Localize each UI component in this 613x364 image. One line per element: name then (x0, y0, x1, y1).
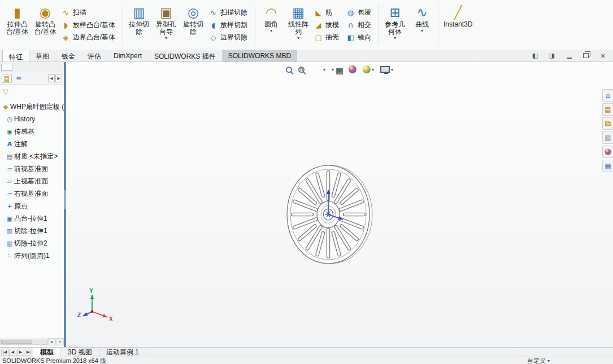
tree-item-part-root[interactable]: WHP扇叶固定板 ( (0, 100, 64, 113)
sheet-nav-3-icon[interactable]: ▶| (25, 349, 32, 356)
ribbon-button-lofted-cut[interactable]: 放样切割 (207, 20, 252, 30)
tree-item-boss-extrude1[interactable]: 凸台-拉伸1 (0, 212, 64, 225)
ribbon-button-swept-cut[interactable]: 扫描切除 (207, 7, 252, 18)
ribbon-button-curves[interactable]: 曲线▾ (409, 1, 435, 49)
tree-item-annotations[interactable]: 注解 (0, 138, 64, 150)
command-tab-bar: 特征草图钣金评估DimXpertSOLIDWORKS 插件SOLIDWORKS … (0, 50, 613, 62)
part-icon (1, 104, 10, 110)
restore-icon[interactable] (580, 51, 592, 60)
expand-pane-icon[interactable] (546, 51, 558, 60)
tree-item-top-plane[interactable]: 上视基准面 (0, 175, 64, 187)
ribbon-button-label: 包覆 (358, 8, 371, 17)
displaymanager-tab-icon[interactable] (14, 74, 24, 83)
tree-item-front-plane[interactable]: 前视基准面 (0, 163, 64, 175)
chevron-down-icon[interactable]: ▾ (165, 36, 167, 41)
tab-sheet-metal[interactable]: 钣金 (55, 50, 81, 62)
chevron-down-icon[interactable]: ▾ (421, 28, 423, 33)
ribbon-stack: 扫描放样凸台/基体边界凸台/基体 (60, 1, 120, 49)
tree-item-label: 凸台-拉伸1 (14, 214, 47, 223)
chevron-down-icon[interactable]: ▾ (270, 28, 272, 33)
tab-mbd[interactable]: SOLIDWORKS MBD (222, 50, 297, 62)
tree-item-label: WHP扇叶固定板 ( (10, 102, 64, 112)
sheet-tab-motion-study-1[interactable]: 运动算例 1 (99, 348, 146, 357)
ribbon-button-swept-boss[interactable]: 扫描 (60, 7, 120, 18)
taskpane-custom-properties[interactable] (602, 160, 613, 172)
close-icon[interactable] (597, 51, 608, 60)
hscroll-right-arrow-icon[interactable]: ▸ (48, 338, 56, 345)
ribbon-button-boundary-cut[interactable]: 边界切除 (207, 32, 252, 43)
feature-tree: WHP扇叶固定板 (History传感器注解材质 <未指定>前视基准面上视基准面… (0, 98, 64, 262)
tree-item-circular-pattern1[interactable]: 阵列(圆周)1 (0, 249, 64, 262)
sheet-tab-model[interactable]: 模型 (33, 348, 61, 357)
ribbon-button-linear-pattern[interactable]: 线性阵列▾ (285, 1, 311, 49)
minimize-icon[interactable] (563, 51, 575, 60)
ribbon-group: 参考几何体▾曲线▾ (380, 1, 437, 49)
hscroll-track[interactable] (0, 339, 48, 345)
tree-item-material[interactable]: 材质 <未指定> (0, 150, 64, 163)
ribbon-group: 圆角▾线性阵列▾筋拔模抽壳包覆相交镜向 (256, 1, 377, 49)
panel-overflow-chevron-icon[interactable]: » (56, 338, 64, 345)
customize-button[interactable]: 自定义 ▾ (527, 357, 550, 364)
display-pane-button[interactable] (1, 64, 12, 71)
sheet-nav-1-icon[interactable]: ◀ (9, 349, 16, 356)
ribbon-button-rib[interactable]: 筋 (312, 7, 344, 18)
ribbon-button-lofted-boss[interactable]: 放样凸台/基体 (60, 20, 120, 30)
ribbon-button-mirror[interactable]: 镜向 (345, 32, 376, 43)
sheet-nav-2-icon[interactable]: ▶ (17, 349, 24, 356)
filter-icon[interactable] (3, 88, 8, 95)
revolved-boss-icon (40, 4, 51, 21)
tab-sketch[interactable]: 草图 (29, 50, 55, 62)
orientation-triad: YXZ (76, 288, 121, 327)
taskpane-file-explorer[interactable] (602, 117, 613, 130)
taskpane-view-palette[interactable] (602, 131, 613, 144)
ribbon-button-intersect[interactable]: 相交 (345, 20, 376, 30)
tree-item-sensors[interactable]: 传感器 (0, 125, 64, 138)
tab-dimxpert[interactable]: DimXpert (107, 50, 148, 62)
ribbon-button-wrap[interactable]: 包覆 (345, 7, 376, 18)
reference-geometry-icon (389, 4, 400, 21)
ribbon-button-extruded-boss[interactable]: 拉伸凸台/基体 (4, 1, 31, 49)
tree-item-label: 传感器 (14, 127, 34, 137)
ribbon-button-extruded-cut[interactable]: 拉伸切除 (126, 1, 152, 49)
graphics-area[interactable]: ▾▾▾▾▾ YXZ (66, 62, 613, 347)
spin-right-icon[interactable]: ▶ (55, 74, 62, 82)
sheet-nav-0-icon[interactable]: |◀ (1, 349, 8, 356)
ribbon-button-revolved-cut[interactable]: 旋转切除 (180, 1, 206, 49)
tree-item-right-plane[interactable]: 右视基准面 (0, 187, 64, 200)
spin-left-icon[interactable]: ◀ (48, 74, 55, 82)
ribbon-button-shell[interactable]: 抽壳 (312, 32, 344, 43)
chevron-down-icon[interactable]: ▾ (297, 36, 299, 41)
material-icon (5, 154, 14, 160)
svg-text:Z: Z (77, 312, 81, 318)
boss-extrude-icon (5, 216, 14, 222)
tree-item-label: 前视基准面 (14, 164, 48, 174)
taskpane-resources[interactable] (602, 89, 613, 102)
tree-item-cut-extrude2[interactable]: 切除-拉伸2 (0, 237, 64, 249)
ribbon-button-boundary-boss[interactable]: 边界凸台/基体 (60, 32, 120, 43)
ribbon-button-revolved-boss[interactable]: 旋转凸台/基体 (32, 1, 58, 49)
ribbon-button-reference-geometry[interactable]: 参考几何体▾ (382, 1, 408, 49)
tree-item-cut-extrude1[interactable]: 切除-拉伸1 (0, 225, 64, 237)
taskpane-appearances[interactable] (602, 146, 613, 158)
tab-addins[interactable]: SOLIDWORKS 插件 (148, 50, 222, 62)
main-area: ◀ ▶ WHP扇叶固定板 (History传感器注解材质 <未指定>前视基准面上… (0, 62, 613, 347)
chevron-down-icon[interactable]: ▾ (394, 36, 396, 41)
ribbon-button-label: 拔模 (325, 20, 339, 30)
tab-evaluate[interactable]: 评估 (81, 50, 107, 62)
ribbon-button-instant3d[interactable]: Instant3D (441, 1, 475, 49)
ribbon-button-hole-wizard[interactable]: 异型孔向导▾ (153, 1, 179, 49)
lofted-cut-icon (208, 21, 218, 29)
sheet-tab-3d-views[interactable]: 3D 视图 (61, 348, 99, 357)
collapse-pane-icon[interactable] (529, 51, 541, 60)
ribbon-button-draft[interactable]: 拔模 (312, 20, 344, 30)
tab-features[interactable]: 特征 (2, 50, 29, 62)
featuremanager-tab-icon[interactable] (2, 74, 12, 83)
hscroll-thumb[interactable] (1, 340, 32, 344)
model-fan-plate[interactable] (66, 62, 613, 347)
manager-tab-spinner: ◀ ▶ (48, 74, 62, 82)
tree-item-history[interactable]: History (0, 113, 64, 125)
tree-item-origin[interactable]: 原点 (0, 200, 64, 212)
ribbon-button-fillet[interactable]: 圆角▾ (258, 1, 284, 49)
taskpane-design-library[interactable] (602, 103, 613, 116)
ribbon-button-label: 放样切割 (220, 20, 247, 30)
